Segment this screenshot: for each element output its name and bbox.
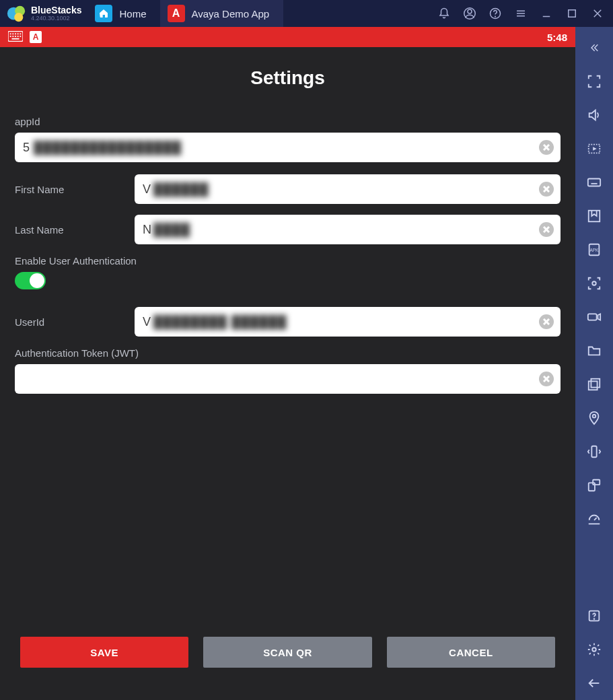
last-name-input[interactable]: ████ [135, 215, 561, 244]
userid-input[interactable]: ████████ ██████ [135, 307, 561, 337]
keyboard-icon [8, 31, 23, 44]
sidebar-help-icon[interactable] [575, 599, 613, 633]
save-button[interactable]: SAVE [20, 637, 188, 668]
clear-icon[interactable] [539, 222, 554, 237]
install-apk-icon[interactable] [575, 199, 613, 233]
brand-version: 4.240.30.1002 [31, 15, 81, 22]
media-folder-icon[interactable] [575, 334, 613, 368]
svg-point-59 [594, 619, 595, 619]
svg-marker-37 [593, 147, 597, 151]
last-name-label: Last Name [15, 224, 122, 236]
hamburger-menu-icon[interactable] [508, 0, 534, 27]
speedup-icon[interactable] [575, 502, 613, 536]
svg-rect-20 [10, 36, 11, 37]
apk-icon[interactable]: APK [575, 233, 613, 267]
jwt-input[interactable] [15, 364, 561, 394]
close-icon[interactable] [585, 0, 610, 27]
clear-icon[interactable] [539, 182, 554, 197]
svg-rect-18 [17, 33, 19, 34]
clear-icon[interactable] [539, 140, 554, 155]
maximize-icon[interactable] [559, 0, 585, 27]
svg-marker-49 [598, 314, 601, 320]
svg-rect-23 [17, 36, 19, 37]
titlebar: BlueStacks 4.240.30.1002 Home A Avaya De… [0, 0, 613, 27]
help-icon[interactable] [482, 0, 508, 27]
svg-rect-44 [589, 211, 600, 222]
userid-label: UserId [15, 316, 122, 328]
record-icon[interactable] [575, 300, 613, 334]
svg-point-3 [468, 9, 472, 13]
svg-point-60 [592, 648, 596, 652]
clear-icon[interactable] [539, 314, 554, 329]
brand-name: BlueStacks [31, 5, 81, 15]
tabs: Home A Avaya Demo App [88, 0, 283, 27]
svg-rect-48 [588, 314, 597, 320]
svg-rect-15 [10, 33, 11, 34]
jwt-label: Authentication Token (JWT) [15, 347, 561, 359]
svg-rect-53 [591, 446, 596, 458]
page-title: Settings [15, 67, 561, 89]
svg-rect-25 [12, 38, 20, 39]
svg-rect-50 [589, 381, 598, 390]
keymap-icon[interactable] [575, 132, 613, 166]
collapse-sidebar-icon[interactable] [575, 31, 613, 65]
svg-rect-17 [15, 33, 16, 34]
svg-rect-19 [20, 33, 21, 34]
svg-text:APK: APK [590, 248, 600, 252]
appid-input[interactable]: ████████████████ [15, 133, 561, 162]
auth-toggle-label: Enable User Authentication [15, 255, 561, 267]
svg-point-52 [593, 415, 596, 418]
tab-home[interactable]: Home [88, 0, 160, 27]
status-time: 5:48 [547, 32, 567, 43]
bluestacks-brand: BlueStacks 4.240.30.1002 [31, 5, 81, 22]
appid-label: appId [15, 116, 561, 127]
settings-screen: Settings appId ████████████████ First Na… [0, 47, 575, 700]
svg-rect-51 [591, 379, 600, 388]
home-icon [95, 5, 112, 22]
volume-icon[interactable] [575, 98, 613, 132]
tab-home-label: Home [119, 8, 146, 20]
svg-rect-38 [588, 179, 600, 186]
svg-point-47 [592, 281, 596, 285]
tab-avaya-demo-app[interactable]: A Avaya Demo App [161, 0, 284, 27]
tab-app-label: Avaya Demo App [192, 8, 270, 20]
keyboard-controls-icon[interactable] [575, 166, 613, 199]
location-icon[interactable] [575, 401, 613, 435]
svg-point-6 [495, 16, 496, 17]
minimize-icon[interactable] [534, 0, 559, 27]
settings-gear-icon[interactable] [575, 633, 613, 666]
svg-rect-24 [20, 36, 21, 37]
shake-icon[interactable] [575, 435, 613, 468]
svg-rect-21 [12, 36, 13, 37]
first-name-label: First Name [15, 184, 122, 195]
rotate-icon[interactable] [575, 468, 613, 502]
svg-rect-11 [569, 10, 576, 18]
first-name-input[interactable]: ██████ [135, 174, 561, 204]
cancel-button[interactable]: CANCEL [387, 637, 555, 668]
svg-rect-54 [589, 483, 595, 491]
svg-rect-55 [593, 480, 600, 485]
fullscreen-icon[interactable] [575, 65, 613, 98]
svg-rect-22 [15, 36, 16, 37]
bluestacks-side-toolbar: APK [575, 27, 613, 700]
account-icon[interactable] [457, 0, 482, 27]
clear-icon[interactable] [539, 372, 554, 386]
scan-qr-button[interactable]: SCAN QR [203, 637, 371, 668]
back-icon[interactable] [575, 666, 613, 700]
app-indicator-icon: A [30, 31, 42, 43]
multi-instance-icon[interactable] [575, 368, 613, 401]
auth-toggle[interactable] [15, 272, 46, 289]
svg-line-56 [594, 518, 597, 520]
bluestacks-logo-icon [4, 1, 28, 26]
avaya-app-icon: A [168, 5, 185, 22]
svg-rect-16 [12, 33, 13, 34]
svg-point-2 [14, 13, 23, 22]
android-status-bar: A 5:48 [0, 27, 575, 47]
notifications-icon[interactable] [431, 0, 457, 27]
screenshot-icon[interactable] [575, 267, 613, 300]
